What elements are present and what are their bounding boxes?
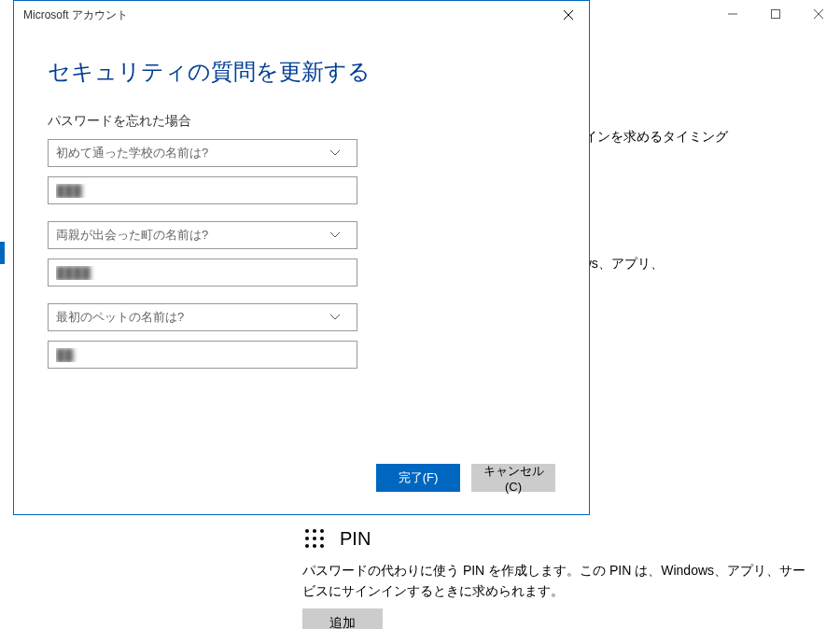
svg-point-9 xyxy=(320,537,324,540)
answer-2-input[interactable] xyxy=(48,259,357,287)
svg-point-5 xyxy=(313,529,316,533)
svg-point-11 xyxy=(313,544,316,548)
answer-3-input[interactable] xyxy=(48,341,357,369)
svg-point-6 xyxy=(320,529,324,533)
svg-rect-1 xyxy=(772,10,780,19)
pin-title: PIN xyxy=(340,528,371,550)
svg-point-12 xyxy=(320,544,324,548)
svg-point-10 xyxy=(305,544,309,548)
dialog-heading: セキュリティの質問を更新する xyxy=(48,57,555,87)
dialog-button-row: 完了(F) キャンセル(C) xyxy=(376,464,555,492)
dialog-body: セキュリティの質問を更新する パスワードを忘れた場合 初めて通った学校の名前は?… xyxy=(14,29,589,369)
pin-keypad-icon xyxy=(302,526,327,551)
answer-1-input[interactable] xyxy=(48,176,357,204)
question-2-label: 両親が出会った町の名前は? xyxy=(49,222,330,248)
chevron-down-icon xyxy=(330,314,357,320)
security-questions-dialog: Microsoft アカウント セキュリティの質問を更新する パスワードを忘れた… xyxy=(13,0,590,515)
dialog-subheading: パスワードを忘れた場合 xyxy=(48,113,555,130)
question-3-label: 最初のペットの名前は? xyxy=(49,304,330,330)
question-block-2: 両親が出会った町の名前は? xyxy=(48,221,555,287)
chevron-down-icon xyxy=(330,150,357,156)
dialog-title: Microsoft アカウント xyxy=(23,7,128,23)
pin-header: PIN xyxy=(302,526,806,551)
svg-point-4 xyxy=(305,529,309,533)
window-title-buttons xyxy=(711,0,840,28)
question-block-1: 初めて通った学校の名前は? xyxy=(48,139,555,204)
pin-add-button[interactable]: 追加 xyxy=(302,608,383,629)
sidebar-active-indicator xyxy=(0,242,5,264)
dialog-close-button[interactable] xyxy=(547,1,589,29)
question-1-label: 初めて通った学校の名前は? xyxy=(49,140,330,166)
svg-point-8 xyxy=(313,537,316,540)
question-block-3: 最初のペットの名前は? xyxy=(48,303,555,369)
pin-description: パスワードの代わりに使う PIN を作成します。この PIN は、Windows… xyxy=(302,560,806,601)
finish-button[interactable]: 完了(F) xyxy=(376,464,460,492)
question-1-select[interactable]: 初めて通った学校の名前は? xyxy=(48,139,357,167)
question-2-select[interactable]: 両親が出会った町の名前は? xyxy=(48,221,357,249)
window-minimize-button[interactable] xyxy=(711,0,754,28)
cancel-button[interactable]: キャンセル(C) xyxy=(471,464,555,492)
dialog-titlebar: Microsoft アカウント xyxy=(14,1,589,29)
pin-section: PIN パスワードの代わりに使う PIN を作成します。この PIN は、Win… xyxy=(302,526,806,629)
window-close-button[interactable] xyxy=(797,0,840,28)
window-maximize-button[interactable] xyxy=(754,0,797,28)
svg-point-7 xyxy=(305,537,309,540)
question-3-select[interactable]: 最初のペットの名前は? xyxy=(48,303,357,331)
chevron-down-icon xyxy=(330,232,357,238)
